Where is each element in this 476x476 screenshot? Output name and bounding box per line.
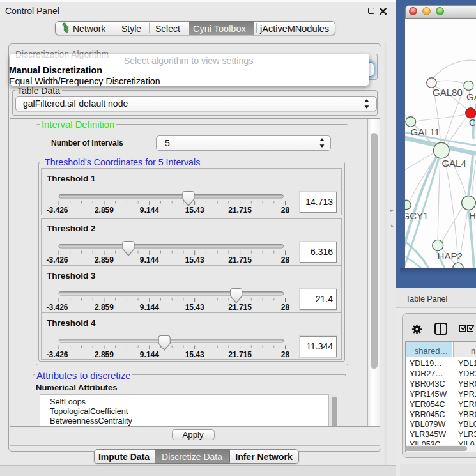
svg-text:2.859: 2.859: [95, 256, 114, 265]
svg-text:2.859: 2.859: [95, 206, 114, 215]
svg-text:21.715: 21.715: [228, 350, 252, 359]
svg-text:GAL11: GAL11: [411, 127, 440, 137]
svg-text:9.144: 9.144: [140, 256, 159, 265]
svg-text:9.144: 9.144: [140, 303, 159, 312]
svg-text:9.144: 9.144: [140, 350, 159, 359]
svg-text:21.715: 21.715: [228, 256, 252, 265]
svg-text:-3.426: -3.426: [46, 206, 68, 215]
svg-text:28: 28: [281, 350, 290, 359]
svg-text:21.715: 21.715: [228, 206, 252, 215]
svg-text:2.859: 2.859: [95, 350, 114, 359]
svg-text:-3.426: -3.426: [46, 256, 68, 265]
svg-text:2.859: 2.859: [95, 303, 114, 312]
svg-text:28: 28: [281, 256, 290, 265]
svg-text:-3.426: -3.426: [46, 303, 68, 312]
svg-text:GAL80: GAL80: [433, 87, 463, 98]
svg-text:H: H: [469, 210, 476, 221]
svg-text:HAP2: HAP2: [438, 250, 463, 261]
svg-text:GCY1: GCY1: [405, 210, 428, 221]
svg-text:GA: GA: [466, 91, 476, 102]
svg-text:28: 28: [281, 206, 290, 215]
svg-text:15.43: 15.43: [185, 303, 204, 312]
svg-text:9.144: 9.144: [140, 206, 159, 215]
svg-text:28: 28: [281, 303, 290, 312]
svg-text:GAL4: GAL4: [441, 158, 466, 169]
svg-text:15.43: 15.43: [185, 206, 204, 215]
svg-text:-3.426: -3.426: [46, 350, 68, 359]
svg-text:15.43: 15.43: [185, 350, 204, 359]
svg-text:C: C: [469, 117, 476, 128]
svg-text:21.715: 21.715: [228, 303, 252, 312]
svg-text:15.43: 15.43: [185, 256, 204, 265]
